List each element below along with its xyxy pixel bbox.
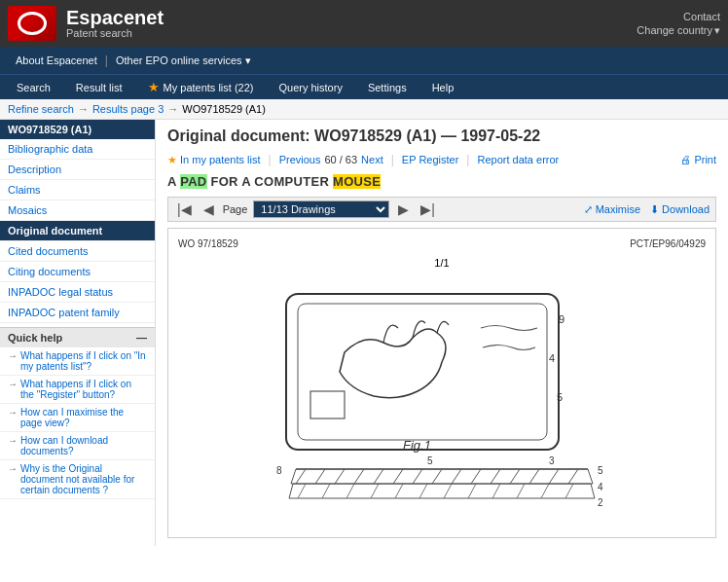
last-page-button[interactable]: ▶| <box>418 200 438 218</box>
about-espacenet-link[interactable]: About Espacenet <box>8 55 105 66</box>
svg-text:5: 5 <box>598 465 603 476</box>
svg-text:4: 4 <box>598 482 603 492</box>
svg-rect-2 <box>310 391 345 418</box>
svg-line-14 <box>491 469 500 484</box>
sidebar-item-inpadoc-legal[interactable]: INPADOC legal status <box>0 282 155 303</box>
separator-1: | <box>269 153 272 166</box>
first-page-button[interactable]: |◀ <box>174 200 195 218</box>
svg-rect-0 <box>286 294 559 450</box>
page-label: Page <box>223 203 248 215</box>
breadcrumb-current: WO9718529 (A1) <box>182 103 266 115</box>
drawing-wo-number: WO 97/18529 <box>178 238 238 249</box>
sidebar: WO9718529 (A1) Bibliographic data Descri… <box>0 120 156 546</box>
arrow-icon: → <box>8 463 18 474</box>
svg-line-18 <box>568 469 578 484</box>
patent-drawing-svg-2: 8 5 3 5 4 2 <box>247 450 637 527</box>
dropdown-arrow-icon: ▾ <box>245 55 251 66</box>
svg-text:5: 5 <box>427 455 433 466</box>
breadcrumb-results-page[interactable]: Results page 3 <box>92 103 164 115</box>
breadcrumb-refine-search[interactable]: Refine search <box>8 103 74 115</box>
drawing-page-num: 1/1 <box>178 257 706 269</box>
arrow-icon: → <box>8 379 18 389</box>
ep-register-link[interactable]: EP Register <box>402 154 459 165</box>
tab-query-history[interactable]: Query history <box>266 75 354 99</box>
other-epo-link[interactable]: Other EPO online services ▾ <box>108 55 259 67</box>
quick-help-item-5[interactable]: → Why is the Original document not avail… <box>0 460 155 499</box>
arrow-icon: → <box>8 350 18 361</box>
arrow-icon: → <box>8 435 18 446</box>
page-actions: ⤢ Maximise ⬇ Download <box>584 203 710 216</box>
page-select-dropdown[interactable]: 11/13 Drawings <box>253 200 389 218</box>
svg-line-27 <box>492 484 500 498</box>
svg-rect-1 <box>298 304 547 440</box>
nav-bar-2: Search Result list ★ My patents list (22… <box>0 74 728 99</box>
prev-page-button[interactable]: ◀ <box>200 200 217 218</box>
sidebar-item-inpadoc-family[interactable]: INPADOC patent family <box>0 303 155 323</box>
report-error-link[interactable]: Report data error <box>477 154 559 165</box>
drawing-svg-container: 9 4 5 Fig.1 <box>178 274 706 527</box>
contact-link[interactable]: Contact <box>683 11 720 22</box>
sidebar-item-cited-documents[interactable]: Cited documents <box>0 241 155 262</box>
sidebar-item-citing-documents[interactable]: Citing documents <box>0 262 155 282</box>
svg-line-5 <box>315 469 325 484</box>
ref-9: 9 <box>559 313 564 325</box>
epo-ring <box>18 12 47 35</box>
breadcrumb-arrow-2: → <box>167 103 178 115</box>
sidebar-item-mosaics[interactable]: Mosaics <box>0 200 155 221</box>
svg-text:2: 2 <box>598 497 603 508</box>
separator-3: | <box>466 153 469 166</box>
next-link[interactable]: Next <box>361 154 383 165</box>
svg-line-7 <box>354 469 364 484</box>
svg-line-22 <box>371 484 379 498</box>
svg-text:8: 8 <box>276 465 282 476</box>
star-icon: ★ <box>167 154 177 166</box>
download-button[interactable]: ⬇ Download <box>650 203 710 216</box>
download-icon: ⬇ <box>650 203 659 216</box>
quick-help-item-4[interactable]: → How can I download documents? <box>0 432 155 460</box>
print-button[interactable]: 🖨 Print <box>680 154 716 165</box>
svg-line-19 <box>298 484 306 498</box>
svg-line-26 <box>468 484 476 498</box>
breadcrumb: Refine search → Results page 3 → WO97185… <box>0 99 728 120</box>
page-count: 60 / 63 <box>324 154 357 165</box>
sidebar-item-bibliographic[interactable]: Bibliographic data <box>0 139 155 160</box>
desc-prefix: A <box>167 174 180 189</box>
svg-line-23 <box>395 484 403 498</box>
svg-line-25 <box>444 484 452 498</box>
svg-line-11 <box>432 469 442 484</box>
header-brand: Espacenet Patent search <box>66 8 164 39</box>
page-selector-bar: |◀ ◀ Page 11/13 Drawings ▶ ▶| ⤢ Maximise… <box>167 197 716 222</box>
svg-line-4 <box>296 469 306 484</box>
tab-result-list[interactable]: Result list <box>63 75 135 99</box>
star-icon: ★ <box>148 80 160 94</box>
tab-settings[interactable]: Settings <box>355 75 419 99</box>
svg-line-20 <box>322 484 330 498</box>
drawing-header: WO 97/18529 PCT/EP96/04929 <box>178 238 706 249</box>
in-my-patents-button[interactable]: ★ In my patents list <box>167 154 261 166</box>
svg-line-28 <box>517 484 525 498</box>
quick-help-item-1[interactable]: → What happens if I click on "In my pate… <box>0 347 155 376</box>
change-country-link[interactable]: Change country ▾ <box>637 24 720 37</box>
tab-help[interactable]: Help <box>419 75 467 99</box>
sidebar-item-description[interactable]: Description <box>0 160 155 180</box>
svg-line-15 <box>510 469 520 484</box>
next-page-button[interactable]: ▶ <box>395 200 412 218</box>
maximise-button[interactable]: ⤢ Maximise <box>584 203 640 216</box>
breadcrumb-arrow-1: → <box>78 103 89 115</box>
svg-line-10 <box>413 469 422 484</box>
svg-line-17 <box>549 469 559 484</box>
svg-line-16 <box>529 469 539 484</box>
sidebar-item-original-document[interactable]: Original document <box>0 221 155 241</box>
chevron-down-icon: ▾ <box>714 24 720 37</box>
tab-search[interactable]: Search <box>4 75 63 99</box>
sidebar-item-claims[interactable]: Claims <box>0 180 155 200</box>
previous-link[interactable]: Previous <box>279 154 321 165</box>
svg-line-6 <box>335 469 345 484</box>
doc-description-line: A PAD FOR A COMPUTER MOUSE <box>167 174 716 189</box>
tab-my-patents[interactable]: ★ My patents list (22) <box>135 75 267 99</box>
svg-line-13 <box>471 469 481 484</box>
document-title: Original document: WO9718529 (A1) — 1997… <box>167 127 716 145</box>
quick-help-item-3[interactable]: → How can I maximise the page view? <box>0 404 155 432</box>
quick-help-toggle-icon[interactable]: — <box>136 332 147 344</box>
quick-help-item-2[interactable]: → What happens if I click on the "Regist… <box>0 376 155 404</box>
